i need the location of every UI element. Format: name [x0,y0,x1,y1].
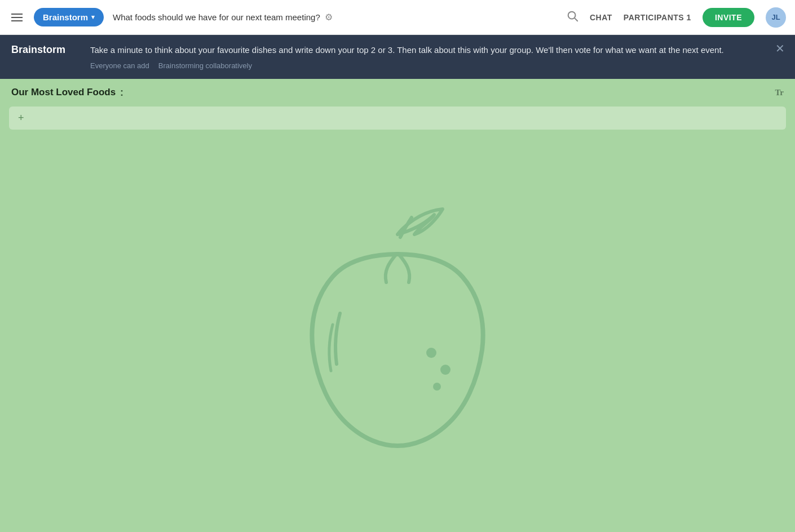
svg-line-1 [575,18,577,21]
sort-icon[interactable]: Tr [775,88,784,97]
brand-chevron-icon: ▾ [91,14,95,21]
topnav-right: CHAT PARTICIPANTS 1 INVITE JL [566,7,786,28]
empty-state [0,130,795,531]
hamburger-menu[interactable] [9,11,25,24]
brand-button[interactable]: Brainstorm ▾ [34,8,104,26]
search-icon[interactable] [566,10,578,25]
gear-icon[interactable]: ⚙ [325,12,333,23]
invite-button[interactable]: INVITE [703,8,754,27]
list-header: Our Most Loved Foods : Tr [0,79,795,104]
list-title: Our Most Loved Foods [11,87,116,98]
banner-permission: Everyone can add [90,61,149,70]
top-navigation: Brainstorm ▾ What foods should we have f… [0,0,795,35]
add-item-row[interactable]: + [9,107,786,130]
svg-point-2 [426,348,436,358]
svg-point-3 [440,365,450,375]
list-options-icon[interactable]: : [120,87,123,99]
avatar[interactable]: JL [766,7,786,28]
brand-label: Brainstorm [43,12,88,22]
apple-illustration [268,189,527,471]
question-text: What foods should we have for our next t… [113,12,320,22]
banner-title: Brainstorm [11,44,79,56]
banner-meta: Everyone can add Brainstorming collabora… [90,61,784,70]
chat-button[interactable]: CHAT [590,13,612,22]
svg-point-4 [433,383,441,391]
main-content-area: Our Most Loved Foods : Tr + [0,79,795,525]
participants-button[interactable]: PARTICIPANTS 1 [624,13,691,22]
banner-description: Take a minute to think about your favour… [90,44,784,57]
list-title-wrap: Our Most Loved Foods : [11,87,123,99]
brainstorm-banner: Brainstorm Take a minute to think about … [0,35,795,79]
question-text-area: What foods should we have for our next t… [113,12,557,23]
banner-mode: Brainstorming collaboratively [158,61,252,70]
banner-content: Take a minute to think about your favour… [90,44,784,70]
add-icon: + [18,112,24,124]
banner-close-button[interactable]: ✕ [775,43,785,54]
